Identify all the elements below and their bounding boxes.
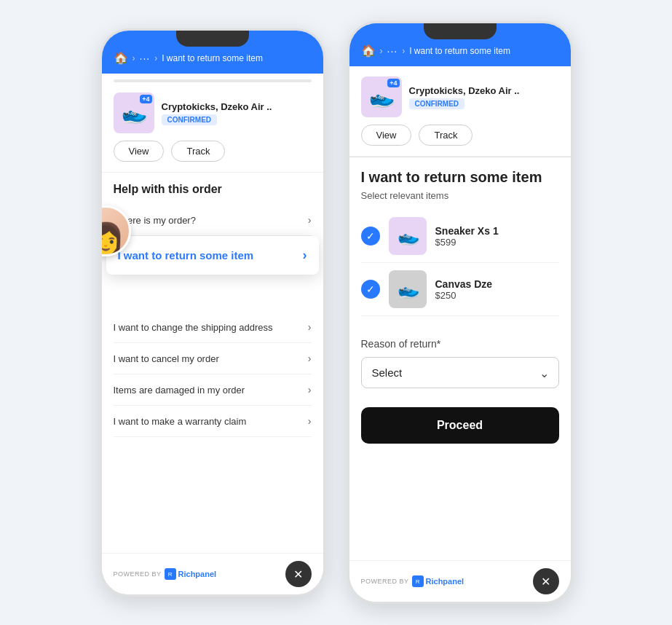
help-item-text-shipping: I want to change the shipping address xyxy=(114,322,273,333)
order-card-2: +4 👟 Cryptokicks, Dzeko Air .. CONFIRMED… xyxy=(349,66,571,157)
arrow-icon-shipping: › xyxy=(308,321,312,333)
check-circle-2[interactable]: ✓ xyxy=(361,280,380,299)
avatar: 👩 xyxy=(100,205,131,256)
track-button-2[interactable]: Track xyxy=(419,125,473,146)
return-title: I want to return some item xyxy=(361,169,559,186)
product-info: Cryptokicks, Dzeko Air .. CONFIRMED xyxy=(162,101,312,125)
home-icon[interactable]: 🏠 xyxy=(114,51,128,65)
confirmed-badge: CONFIRMED xyxy=(162,114,218,125)
track-button[interactable]: Track xyxy=(171,141,225,162)
help-item-warranty[interactable]: I want to make a warranty claim › xyxy=(114,406,312,437)
product-name-2: Cryptokicks, Dzeko Air .. xyxy=(409,85,559,96)
highlight-text: I want to return some item xyxy=(118,249,254,262)
arrow-icon-cancel: › xyxy=(308,353,312,364)
help-item-text-damaged: Items are damaged in my order xyxy=(114,385,245,396)
proceed-button[interactable]: Proceed xyxy=(361,407,559,444)
powered-by-text-2: POWERED BY xyxy=(361,578,409,585)
richpanel-logo-2: R Richpanel xyxy=(412,575,465,587)
richpanel-logo-1: R Richpanel xyxy=(165,568,217,580)
breadcrumb-text: I want to return some item xyxy=(162,53,263,63)
help-item-where[interactable]: Where is my order? › xyxy=(114,205,312,236)
reason-section: Reason of return* Select Defective produ… xyxy=(349,328,571,398)
phone-2-footer: POWERED BY R Richpanel ✕ xyxy=(349,560,571,602)
order-card: +4 👟 Cryptokicks, Dzeko Air .. CONFIRMED… xyxy=(102,82,323,173)
product-thumbnail-2: +4 👟 xyxy=(361,76,402,117)
select-wrapper: Select Defective product Wrong item Chan… xyxy=(361,357,559,388)
product-info-2: Cryptokicks, Dzeko Air .. CONFIRMED xyxy=(409,85,559,109)
item-thumb-2: 👟 xyxy=(389,270,427,308)
dots-icon-2[interactable]: ··· xyxy=(387,45,398,57)
view-button-2[interactable]: View xyxy=(361,125,412,146)
separator-4: › xyxy=(402,46,405,56)
phone-1-notch xyxy=(176,31,249,47)
order-product-2: +4 👟 Cryptokicks, Dzeko Air .. CONFIRMED xyxy=(361,76,559,117)
home-icon-2[interactable]: 🏠 xyxy=(361,44,376,58)
richpanel-icon-2: R xyxy=(412,575,424,587)
check-circle-1[interactable]: ✓ xyxy=(361,227,380,245)
help-item-damaged[interactable]: Items are damaged in my order › xyxy=(114,374,312,406)
phone-2-notch xyxy=(424,23,497,39)
return-item-container: I want to return some item › xyxy=(102,236,323,274)
item-row-2[interactable]: ✓ 👟 Canvas Dze $250 xyxy=(361,263,559,316)
separator-1: › xyxy=(133,53,135,63)
help-item-shipping[interactable]: I want to change the shipping address › xyxy=(114,312,312,343)
help-item-text-cancel: I want to cancel my order xyxy=(114,353,219,364)
highlight-box[interactable]: I want to return some item › xyxy=(106,236,319,275)
item-thumb-1: 👟 xyxy=(389,217,427,255)
powered-by-1: POWERED BY R Richpanel xyxy=(114,568,217,580)
order-product: +4 👟 Cryptokicks, Dzeko Air .. CONFIRMED xyxy=(114,93,312,133)
phone-2-body: +4 👟 Cryptokicks, Dzeko Air .. CONFIRMED… xyxy=(349,66,571,550)
breadcrumb-text-2: I want to return some item xyxy=(409,46,510,56)
arrow-icon-damaged: › xyxy=(308,384,312,396)
product-name: Cryptokicks, Dzeko Air .. xyxy=(162,101,312,112)
phone-1: 🏠 › ··· › I want to return some item +4 … xyxy=(100,28,325,597)
close-button-1[interactable]: ✕ xyxy=(285,561,312,587)
confirmed-badge-2: CONFIRMED xyxy=(409,98,465,109)
item-row-1[interactable]: ✓ 👟 Sneaker Xs 1 $599 xyxy=(361,210,559,263)
help-title: Help with this order xyxy=(114,183,312,196)
dots-icon[interactable]: ··· xyxy=(140,52,151,64)
richpanel-name-2: Richpanel xyxy=(426,577,465,586)
scene: 🏠 › ··· › I want to return some item +4 … xyxy=(100,21,573,604)
richpanel-icon-1: R xyxy=(165,568,176,580)
separator-3: › xyxy=(380,46,383,56)
powered-by-text-1: POWERED BY xyxy=(114,570,162,578)
close-button-2[interactable]: ✕ xyxy=(533,568,559,594)
item-name-1: Sneaker Xs 1 xyxy=(435,225,559,237)
phone-1-body: +4 👟 Cryptokicks, Dzeko Air .. CONFIRMED… xyxy=(102,74,323,543)
phone-1-footer: POWERED BY R Richpanel ✕ xyxy=(102,553,323,594)
separator-2: › xyxy=(154,53,157,63)
order-actions-2: View Track xyxy=(361,125,559,146)
reason-select[interactable]: Select Defective product Wrong item Chan… xyxy=(361,357,559,388)
item-details-2: Canvas Dze $250 xyxy=(435,278,559,301)
item-price-1: $599 xyxy=(435,237,559,248)
arrow-icon-warranty: › xyxy=(308,415,312,427)
powered-by-2: POWERED BY R Richpanel xyxy=(361,575,465,587)
select-items-label: Select relevant items xyxy=(361,190,559,201)
reason-label: Reason of return* xyxy=(361,338,559,350)
arrow-icon-where: › xyxy=(308,214,312,226)
help-item-text-warranty: I want to make a warranty claim xyxy=(114,416,247,427)
item-price-2: $250 xyxy=(435,290,559,301)
item-details-1: Sneaker Xs 1 $599 xyxy=(435,225,559,248)
help-section: Help with this order Where is my order? … xyxy=(102,173,323,447)
item-name-2: Canvas Dze xyxy=(435,278,559,290)
return-section: I want to return some item Select releva… xyxy=(349,157,571,328)
help-item-cancel[interactable]: I want to cancel my order › xyxy=(114,343,312,374)
highlight-arrow-icon: › xyxy=(303,248,307,263)
order-actions: View Track xyxy=(114,141,312,162)
avatar-container: 👩 xyxy=(100,205,131,256)
richpanel-name-1: Richpanel xyxy=(178,570,217,578)
product-thumbnail: +4 👟 xyxy=(114,93,154,133)
phone-2: 🏠 › ··· › I want to return some item +4 … xyxy=(347,21,573,604)
view-button[interactable]: View xyxy=(114,141,165,162)
